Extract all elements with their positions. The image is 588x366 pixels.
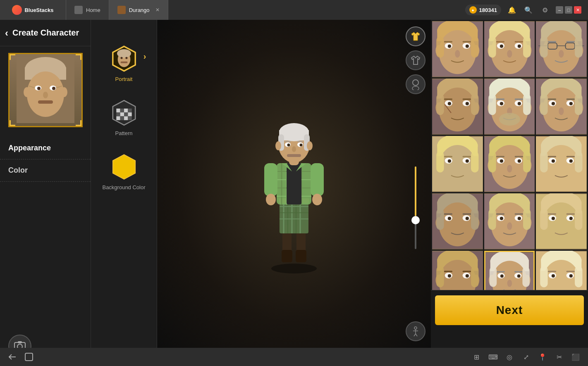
tab-durango[interactable]: Durango ✕ [109, 0, 168, 20]
svg-point-86 [412, 86, 419, 90]
back-nav-icon[interactable] [7, 351, 18, 363]
svg-rect-285 [463, 271, 471, 272]
settings-icon[interactable]: ⚙ [539, 4, 551, 16]
svg-point-67 [266, 194, 276, 205]
next-button[interactable]: Next [435, 295, 584, 325]
character-figure [253, 109, 335, 275]
svg-point-68 [312, 194, 322, 205]
svg-point-166 [499, 113, 520, 126]
character-3d-container [253, 109, 335, 258]
view-controls [404, 20, 427, 348]
back-button[interactable]: ‹ [5, 27, 8, 39]
char-cell-10[interactable] [432, 193, 483, 250]
option-pattern[interactable]: Pattern [110, 99, 138, 136]
svg-rect-168 [523, 94, 531, 115]
svg-point-301 [507, 280, 512, 287]
char-cell-4[interactable] [432, 78, 483, 135]
svg-rect-213 [523, 151, 531, 172]
char-cell-3[interactable] [536, 21, 587, 77]
zoom-slider-container [415, 98, 416, 317]
svg-point-193 [466, 159, 469, 163]
svg-rect-149 [463, 99, 471, 100]
sidebar-item-appearance[interactable]: Appearance [0, 137, 91, 159]
svg-point-238 [466, 217, 469, 220]
scissors-icon[interactable]: ✂ [553, 351, 565, 363]
fullscreen-icon[interactable]: ⤢ [520, 351, 532, 363]
svg-rect-225 [566, 156, 575, 157]
svg-rect-272 [540, 209, 548, 230]
svg-point-192 [448, 159, 451, 163]
svg-point-298 [517, 274, 520, 278]
grid-icon[interactable]: ⊞ [471, 351, 482, 363]
keyboard-icon[interactable]: ⌨ [487, 351, 499, 363]
char-cell-9[interactable] [536, 136, 587, 192]
square-icon [24, 352, 34, 362]
svg-rect-239 [444, 214, 452, 215]
camera-bottom-icon[interactable]: ◎ [504, 351, 515, 363]
bgcolor-hex-svg [110, 153, 138, 181]
char-cell-8[interactable] [484, 136, 535, 192]
zoom-track [415, 166, 416, 249]
arrow-back-icon [7, 352, 17, 362]
head-btn[interactable] [406, 74, 425, 94]
char-cell-2[interactable] [484, 21, 535, 77]
notification-icon[interactable]: 🔔 [506, 4, 518, 16]
face-svg-12 [536, 193, 587, 250]
char-cell-6[interactable] [536, 78, 587, 135]
svg-point-222 [552, 159, 555, 163]
sidebar-item-color[interactable]: Color [0, 159, 91, 182]
tab-home[interactable]: Home [66, 0, 109, 20]
zoom-thumb[interactable] [411, 216, 420, 224]
svg-point-7 [52, 87, 55, 90]
svg-rect-27 [128, 109, 131, 112]
char-cell-inner-9 [536, 136, 587, 192]
svg-rect-167 [488, 94, 496, 115]
char-cell-1[interactable] [432, 21, 483, 77]
char-cell-5[interactable] [484, 78, 535, 135]
page-title: Create Character [12, 28, 79, 38]
svg-rect-182 [540, 94, 548, 115]
svg-rect-287 [436, 266, 444, 287]
svg-rect-136 [540, 36, 548, 57]
svg-rect-133 [548, 41, 556, 43]
gamepad-icon[interactable]: ⬛ [570, 351, 581, 363]
char-cell-7[interactable] [432, 136, 483, 192]
svg-rect-117 [496, 41, 504, 43]
face-svg-11 [484, 193, 535, 250]
svg-point-312 [552, 274, 555, 278]
svg-rect-35 [128, 116, 131, 120]
home-nav-icon[interactable] [23, 351, 35, 363]
svg-rect-209 [496, 156, 504, 157]
svg-rect-65 [264, 163, 277, 196]
svg-point-83 [275, 141, 281, 150]
maximize-button[interactable]: □ [565, 6, 572, 14]
svg-point-19 [117, 49, 131, 57]
face-svg-5 [484, 78, 535, 135]
svg-rect-302 [489, 267, 497, 287]
svg-point-282 [448, 274, 451, 278]
full-body-btn[interactable] [406, 321, 425, 341]
svg-rect-134 [566, 41, 575, 43]
char-cell-11[interactable] [484, 193, 535, 250]
option-bgcolor[interactable]: Background Color [102, 153, 145, 190]
character-grid: ✓ [431, 20, 588, 308]
svg-rect-198 [471, 151, 478, 172]
face-svg-10 [432, 193, 483, 250]
search-icon[interactable]: 🔍 [523, 4, 534, 16]
svg-point-150 [455, 107, 460, 115]
char-cell-12[interactable] [536, 193, 587, 250]
tab-close-icon[interactable]: ✕ [155, 7, 160, 13]
minimize-button[interactable]: – [556, 6, 563, 14]
close-button[interactable]: ✕ [574, 6, 581, 14]
option-portrait[interactable]: Portrait › [110, 45, 138, 82]
svg-rect-28 [116, 112, 120, 116]
svg-rect-148 [444, 99, 452, 100]
svg-point-268 [569, 217, 573, 220]
svg-rect-242 [436, 209, 444, 230]
location-icon[interactable]: 📍 [537, 351, 548, 363]
outfit-ghost-btn[interactable] [406, 50, 425, 70]
svg-rect-270 [566, 214, 575, 215]
pattern-hexagon [110, 99, 138, 127]
character-portrait [8, 53, 83, 127]
svg-rect-228 [575, 151, 582, 172]
